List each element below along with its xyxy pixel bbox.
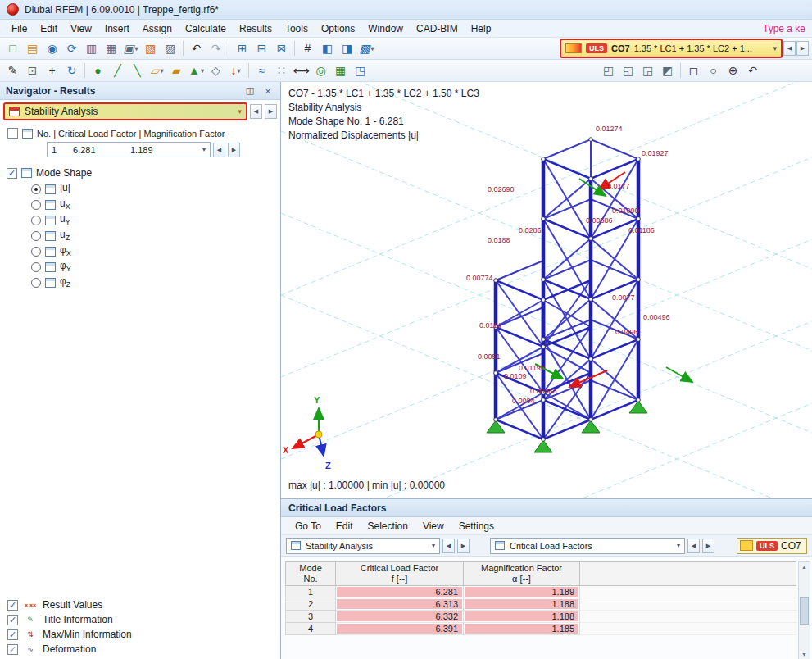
panel-analysis-prev-button[interactable]: ◀ — [442, 539, 455, 553]
panel-table-next-button[interactable]: ▶ — [702, 539, 714, 553]
numbering-icon[interactable]: # — [298, 39, 317, 57]
chevron-down-icon[interactable]: ▾ — [773, 44, 777, 52]
new-model-icon[interactable]: □ — [3, 39, 22, 57]
support-dropdown-icon[interactable]: ▾ — [201, 67, 204, 75]
scrollbar-thumb[interactable] — [800, 597, 809, 625]
menu-options[interactable]: Options — [315, 20, 361, 37]
menu-assign[interactable]: Assign — [136, 20, 179, 37]
panel-menu-settings[interactable]: Settings — [451, 518, 501, 534]
panel-combination-combo[interactable]: ULS CO7 — [737, 538, 807, 554]
scroll-up-icon[interactable]: ▲ — [801, 564, 807, 570]
stability-analysis-combo[interactable]: Stability Analysis ▾ — [3, 102, 247, 120]
tables-icon[interactable]: ⊞ — [233, 39, 252, 57]
guideline-icon[interactable]: ∷ — [272, 61, 291, 80]
panel-menu-view[interactable]: View — [415, 518, 451, 534]
copy-icon[interactable]: ⊡ — [23, 61, 42, 80]
result-values-checkbox[interactable]: ✓ — [7, 600, 18, 611]
menu-cad-bim[interactable]: CAD-BIM — [410, 20, 465, 37]
option-phix[interactable]: φX — [7, 243, 280, 259]
header-magnification-factor[interactable]: Magnification Factorα [--] — [464, 561, 580, 586]
panel-menu-goto[interactable]: Go To — [288, 518, 329, 534]
move-icon[interactable]: + — [43, 61, 61, 80]
open-model-icon[interactable]: ▤ — [23, 39, 42, 57]
radio-phiz[interactable] — [31, 278, 41, 288]
mode-next-button[interactable]: ▶ — [228, 143, 240, 157]
radio-uy[interactable] — [31, 216, 41, 225]
printout-report-icon[interactable]: ▥ — [82, 39, 101, 57]
mode-shape-checkbox[interactable]: ✓ — [7, 168, 17, 179]
panel-menu-selection[interactable]: Selection — [361, 518, 415, 534]
chevron-down-icon[interactable]: ▾ — [202, 146, 206, 153]
mode-no-cell[interactable]: 1 — [285, 586, 336, 598]
new-load-icon[interactable]: ↓▾ — [226, 61, 245, 80]
pan-icon[interactable]: ⊕ — [724, 61, 742, 80]
mode-shape-row[interactable]: ✓ Mode Shape — [7, 165, 280, 181]
menu-tools[interactable]: Tools — [279, 20, 315, 37]
new-line-icon[interactable]: ╱ — [108, 61, 127, 80]
show-results-dropdown-icon[interactable]: ▾ — [371, 45, 374, 52]
analysis-next-button[interactable]: ▶ — [265, 104, 277, 119]
new-surface-icon[interactable]: ▱▾ — [147, 61, 166, 80]
option-phiz[interactable]: φZ — [7, 275, 280, 290]
section-icon[interactable]: ⊠ — [272, 39, 291, 57]
view-in-y-icon[interactable]: ◱ — [619, 61, 637, 80]
show-results-icon[interactable]: ▩▾ — [357, 39, 376, 57]
factor-checkbox[interactable] — [7, 128, 18, 139]
panel-table-prev-button[interactable]: ◀ — [687, 539, 700, 553]
mode-prev-button[interactable]: ◀ — [213, 143, 225, 157]
table-manager-icon[interactable]: ⊟ — [252, 39, 271, 57]
menu-calculate[interactable]: Calculate — [179, 20, 233, 37]
object-snap-icon[interactable]: ◎ — [311, 61, 330, 80]
mode-no-cell[interactable]: 2 — [285, 598, 336, 611]
scroll-down-icon[interactable]: ▼ — [801, 652, 807, 657]
table-row[interactable]: 4 6.391 1.185 — [285, 623, 796, 635]
dimension-icon[interactable]: ⟷ — [292, 61, 311, 80]
menu-results[interactable]: Results — [233, 20, 279, 37]
new-solid-icon[interactable]: ▰ — [167, 61, 186, 80]
mode-no-cell[interactable]: 4 — [285, 623, 336, 635]
display-properties-icon[interactable]: ◧ — [318, 39, 337, 57]
zoom-icon[interactable]: ○ — [704, 61, 723, 80]
panel-analysis-combo[interactable]: Stability Analysis ▾ — [286, 538, 440, 554]
new-support-icon[interactable]: ▲▾ — [187, 61, 206, 80]
chevron-down-icon[interactable]: ▾ — [432, 542, 435, 549]
analysis-prev-button[interactable]: ◀ — [250, 104, 262, 119]
rotate-icon[interactable]: ↻ — [62, 61, 81, 80]
3d-viewport[interactable]: CO7 - 1.35 * LC1 + 1.35 * LC2 + 1.50 * L… — [281, 82, 812, 498]
auto-hide-pin-icon[interactable]: ◫ — [243, 85, 256, 96]
panel-menu-edit[interactable]: Edit — [329, 518, 361, 534]
header-critical-load-factor[interactable]: Critical Load Factorf [--] — [336, 561, 464, 586]
surface-dropdown-icon[interactable]: ▾ — [160, 67, 163, 75]
mode-no-cell[interactable]: 3 — [285, 611, 336, 623]
load-dropdown-icon[interactable]: ▾ — [237, 67, 240, 75]
mode-selector-combo[interactable]: 1 6.281 1.189 ▾ — [47, 142, 211, 157]
table-row[interactable]: 3 6.332 1.188 — [285, 611, 796, 623]
edit-icon[interactable]: ✎ — [3, 61, 22, 80]
title-information-row[interactable]: ✓ ✎ Title Information — [7, 612, 280, 627]
radio-phix[interactable] — [31, 247, 41, 257]
menu-view[interactable]: View — [64, 20, 98, 37]
save-icon[interactable]: ▦ — [102, 39, 120, 57]
close-icon[interactable]: × — [261, 86, 274, 96]
result-values-row[interactable]: ✓ ×.×× Result Values — [7, 598, 280, 612]
zoom-window-icon[interactable]: ◻ — [684, 61, 703, 80]
max-min-information-checkbox[interactable]: ✓ — [7, 629, 18, 640]
imperfection-icon[interactable]: ≈ — [252, 61, 271, 80]
undo-icon[interactable]: ↶ — [187, 39, 206, 57]
menu-help[interactable]: Help — [465, 20, 498, 37]
deformation-checkbox[interactable]: ✓ — [7, 644, 18, 655]
option-u-abs[interactable]: |u| — [7, 181, 280, 197]
previous-view-icon[interactable]: ↶ — [743, 61, 762, 80]
option-phiy[interactable]: φY — [7, 259, 280, 275]
radio-phiy[interactable] — [31, 262, 41, 272]
redo-icon[interactable]: ↷ — [206, 39, 225, 57]
menu-insert[interactable]: Insert — [98, 20, 136, 37]
radio-uz[interactable] — [31, 231, 41, 241]
option-uy[interactable]: uY — [7, 212, 280, 228]
title-information-checkbox[interactable]: ✓ — [7, 615, 18, 625]
table-vertical-scrollbar[interactable]: ▲ ▼ — [798, 561, 810, 659]
new-hinge-icon[interactable]: ◇ — [206, 61, 225, 80]
render-mode-icon[interactable]: ◨ — [338, 39, 356, 57]
model-sync-icon[interactable]: ⟳ — [62, 39, 81, 57]
table-row[interactable]: 1 6.281 1.189 — [285, 586, 796, 598]
